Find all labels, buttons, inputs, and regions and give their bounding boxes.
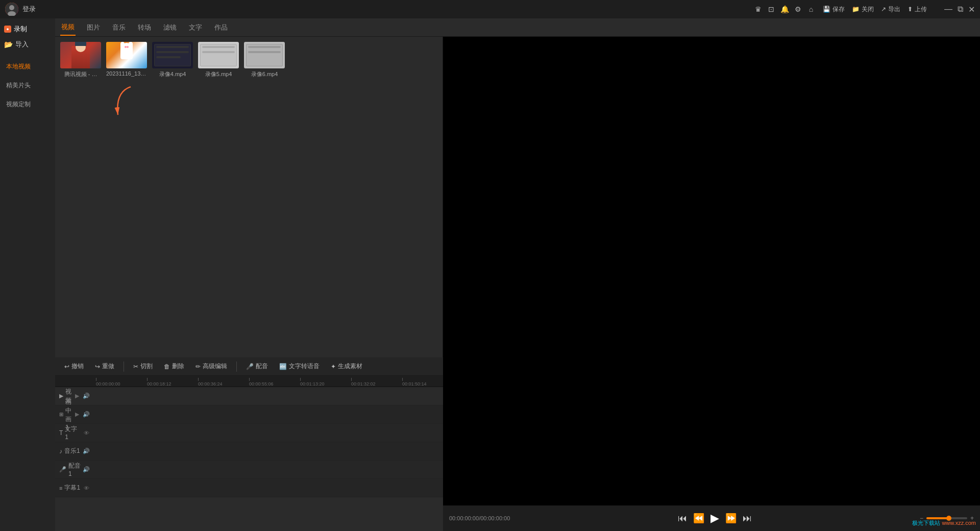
media-item-5-label: 录像6.mp4 [251,70,278,78]
watermark: 极光下载站 www.xzz.com [912,519,976,527]
track-text-controls: 👁 [83,429,92,437]
toolbar-area: 视频 图片 音乐 转场 滤镜 文字 作品 [55,18,980,531]
skip-end-button[interactable]: ⏭ [743,513,752,524]
home-icon[interactable]: ⌂ [806,5,816,14]
track-subtitle-label: ≡ 字幕1 👁 [55,484,96,492]
import-icon: 📂 [4,40,13,49]
main-layout: ● 录制 📂 导入 本地视频 精美片头 视频定制 视频 图片 音乐 转场 滤镜 … [0,18,980,531]
advanced-edit-button[interactable]: ✏ 高级编辑 [191,360,231,372]
track-voice-controls: 🔊 [83,466,92,473]
sys-icons: ♛ ⊡ 🔔 ⚙ ⌂ [753,5,816,14]
tab-image[interactable]: 图片 [86,20,101,35]
track-pip-eye[interactable]: ▶ [74,411,81,418]
media-item-3-label: 录像4.mp4 [159,70,186,78]
tab-text[interactable]: 文字 [188,20,203,35]
media-item-1[interactable]: 腾讯视频 - … [60,42,101,78]
tab-music[interactable]: 音乐 [111,20,127,35]
sidebar-item-custom[interactable]: 视频定制 [0,95,55,114]
save-icon: 💾 [823,6,830,13]
play-pause-button[interactable]: ▶ [710,512,719,525]
skip-start-button[interactable]: ⏮ [678,513,687,524]
track-voice-timeline[interactable] [96,461,443,478]
frame-forward-button[interactable]: ⏩ [725,513,737,524]
close-window-button[interactable]: ✕ [968,5,975,14]
tab-transition[interactable]: 转场 [137,20,152,35]
sidebar-item-local-video[interactable]: 本地视频 [0,57,55,76]
track-text-eye[interactable]: 👁 [83,429,90,437]
track-text-timeline[interactable] [96,424,443,442]
track-voice-label: 🎤 配音1 🔊 [55,462,96,477]
import-button[interactable]: 📂 导入 [0,38,55,51]
track-video-timeline[interactable] [96,387,443,405]
close-button[interactable]: 📁 关闭 [852,5,874,14]
text-track-icon: T [59,429,63,437]
redo-button[interactable]: ↪ 重做 [91,360,118,372]
save-button[interactable]: 💾 保存 [823,5,845,14]
timeline-area: ↩ 撤销 ↪ 重做 ✂ 切割 🗑 [55,357,443,531]
avatar[interactable] [5,3,18,16]
generate-material-button[interactable]: ✦ 生成素材 [327,360,366,372]
upload-button[interactable]: ⬆ 上传 [908,5,927,14]
track-subtitle-eye[interactable]: 👁 [83,485,90,492]
generate-icon: ✦ [331,363,336,370]
monitor-icon: ⊡ [767,5,776,14]
track-text-label: T 文字1 👁 [55,425,96,441]
media-item-4[interactable]: 录像5.mp4 [198,42,239,78]
subtitle-track-icon: ≡ [59,485,62,491]
minimize-button[interactable]: — [944,5,952,14]
time-display: 00:00:00:00/00:00:00:00 [449,515,510,521]
track-music-label: ♪ 音乐1 🔊 [55,447,96,455]
track-subtitle: ≡ 字幕1 👁 [55,479,443,497]
ruler-mark-2: 00:00:36:24 [198,378,249,387]
record-button[interactable]: ● 录制 [0,22,55,36]
track-pip-timeline[interactable] [96,405,443,423]
tab-filter[interactable]: 滤镜 [162,20,178,35]
tracks-container: ▶ 视频 ▶ 🔊 ⊞ [55,387,443,531]
cut-icon: ✂ [133,363,138,370]
sidebar: ● 录制 📂 导入 本地视频 精美片头 视频定制 [0,18,55,531]
track-music-vol[interactable]: 🔊 [83,448,90,455]
ruler-mark-3: 00:00:55:06 [249,378,300,387]
preview-panel: 00:00:00:00/00:00:00:00 ⏮ ⏪ ▶ ⏩ ⏭ − [443,37,980,531]
separator-1 [124,361,124,372]
separator-2 [236,361,237,372]
cut-button[interactable]: ✂ 切割 [129,360,157,372]
close-file-icon: 📁 [852,6,860,13]
tab-bar: 视频 图片 音乐 转场 滤镜 文字 作品 [55,18,980,37]
bell-icon: 🔔 [780,5,789,14]
sidebar-item-featured[interactable]: 精美片头 [0,76,55,95]
ruler-mark-4: 00:01:13:20 [300,378,351,387]
titlebar-right: ♛ ⊡ 🔔 ⚙ ⌂ 💾 保存 📁 关闭 ↗ 导出 ⬆ 上传 — ⧉ ✕ [753,5,975,14]
media-content: 腾讯视频 - … 20231116_131… [55,37,443,357]
undo-button[interactable]: ↩ 撤销 [60,360,88,372]
track-music: ♪ 音乐1 🔊 [55,442,443,461]
track-music-timeline[interactable] [96,442,443,460]
titlebar-left: 登录 [5,3,36,16]
track-voice-vol[interactable]: 🔊 [83,466,90,473]
settings-icon[interactable]: ⚙ [793,5,802,14]
export-button[interactable]: ↗ 导出 [881,5,900,14]
tab-works[interactable]: 作品 [213,20,229,35]
playback-controls: ⏮ ⏪ ▶ ⏩ ⏭ [678,512,752,525]
maximize-button[interactable]: ⧉ [958,5,963,14]
tab-video[interactable]: 视频 [60,19,76,36]
track-pip-vol[interactable]: 🔊 [83,411,90,418]
edit-icon: ✏ [195,363,201,370]
dubbing-button[interactable]: 🎤 配音 [242,360,272,372]
content-area: 腾讯视频 - … 20231116_131… [55,37,980,531]
redo-icon: ↪ [95,363,100,370]
delete-button[interactable]: 🗑 删除 [160,360,188,372]
frame-back-button[interactable]: ⏪ [693,513,704,524]
crown-icon: ♛ [753,5,763,14]
undo-icon: ↩ [64,363,69,370]
track-subtitle-timeline[interactable] [96,479,443,497]
svg-point-1 [9,5,14,10]
track-text: T 文字1 👁 [55,424,443,442]
tts-button[interactable]: 🔤 文字转语音 [275,360,324,372]
media-item-3[interactable]: 录像4.mp4 [152,42,193,78]
ruler-mark-5: 00:01:32:02 [351,378,402,387]
media-item-2[interactable]: 20231116_131… [106,42,147,78]
ruler-mark-0: 00:00:00:00 [96,378,147,387]
media-item-5[interactable]: 录像6.mp4 [244,42,285,78]
preview-controls: 00:00:00:00/00:00:00:00 ⏮ ⏪ ▶ ⏩ ⏭ − [443,505,980,531]
